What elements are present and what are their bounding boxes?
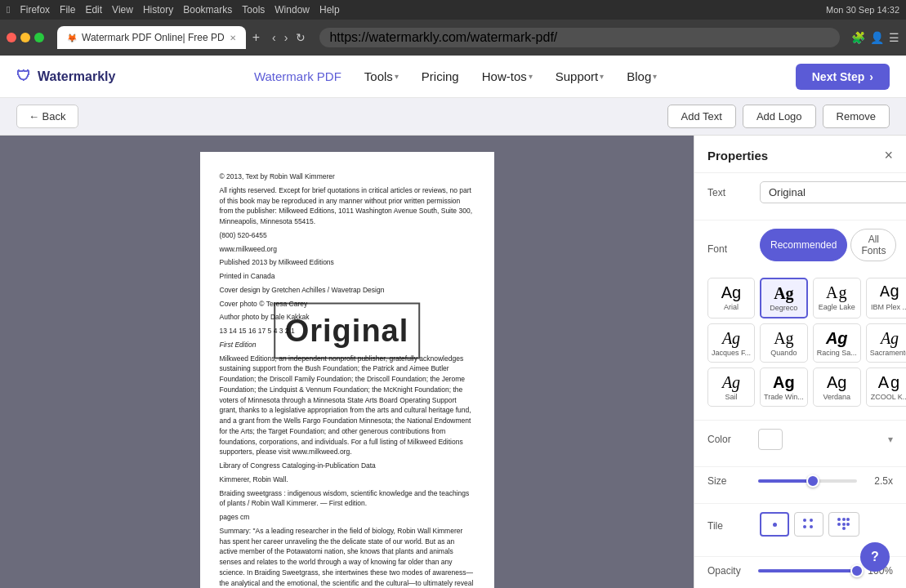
font-preview-verdana: Ag [827, 373, 846, 391]
font-preview-arial: Ag [721, 283, 741, 301]
fullscreen-traffic-light[interactable] [34, 33, 44, 42]
panel-close-button[interactable]: × [884, 147, 893, 164]
account-icon[interactable]: 👤 [870, 31, 884, 44]
color-section: Color ▾ [694, 421, 906, 467]
font-tab-recommended[interactable]: Recommended [760, 229, 847, 261]
active-tab[interactable]: 🦊 Watermark PDF Online| Free PD ✕ [57, 26, 246, 49]
firefox-menu[interactable]: Firefox [20, 4, 50, 16]
font-item-racing[interactable]: Ag Racing Sa... [813, 323, 861, 363]
window-menu[interactable]: Window [274, 4, 310, 16]
text-row: Text [707, 181, 893, 203]
view-menu[interactable]: View [112, 4, 133, 16]
pdf-copyright: © 2013, Text by Robin Wall Kimmerer [220, 172, 475, 182]
tile-option-grid2[interactable] [794, 512, 823, 537]
new-tab-button[interactable]: + [249, 30, 263, 45]
add-text-button[interactable]: Add Text [667, 105, 736, 128]
remove-button[interactable]: Remove [823, 105, 890, 128]
font-name-zcool: ZCOOL K... [871, 393, 906, 401]
nav-pricing[interactable]: Pricing [422, 66, 459, 87]
minimize-traffic-light[interactable] [20, 33, 30, 42]
pdf-braiding: Braiding sweetgrass : indigenous wisdom,… [220, 488, 475, 510]
font-item-ibm[interactable]: Ag IBM Plex ... [866, 278, 906, 318]
font-item-tradewind[interactable]: Ag Trade Win... [760, 368, 808, 407]
font-grid: Ag Arial Ag Degreco Ag Eagle Lake Ag IBM… [707, 278, 893, 407]
font-item-jacques[interactable]: Ag Jacques F... [707, 323, 755, 363]
color-swatch[interactable] [758, 429, 783, 450]
font-item-arial[interactable]: Ag Arial [707, 278, 755, 318]
panel-title: Properties [707, 149, 768, 163]
tile-row: Tile [707, 512, 893, 540]
size-slider-track[interactable] [758, 479, 857, 483]
pdf-cover-photo: Cover photo © Teresa Carey [220, 299, 475, 310]
color-dropdown-button[interactable]: ▾ [888, 434, 893, 445]
extensions-icon[interactable]: 🧩 [851, 31, 865, 44]
font-item-verdana[interactable]: Ag Verdana [813, 368, 861, 407]
font-name-degreco: Degreco [770, 304, 797, 312]
text-section: Text [694, 173, 906, 220]
next-step-button[interactable]: Next Step › [796, 64, 890, 90]
tools-menu[interactable]: Tools [242, 4, 265, 16]
font-tab-all[interactable]: All Fonts [850, 229, 896, 261]
back-button[interactable]: ← Back [16, 105, 78, 128]
next-step-arrow-icon: › [869, 70, 873, 83]
opacity-slider-track[interactable] [758, 569, 857, 572]
font-preview-tradewind: Ag [773, 373, 795, 391]
font-item-eagle[interactable]: Ag Eagle Lake [813, 278, 861, 318]
nav-support[interactable]: Support ▾ [556, 66, 605, 87]
font-item-degreco[interactable]: Ag Degreco [760, 278, 808, 318]
howtos-dropdown-arrow: ▾ [529, 72, 533, 81]
tab-close-button[interactable]: ✕ [230, 33, 236, 42]
pdf-summary: Summary: "As a leading researcher in the… [220, 526, 475, 588]
tile-single-dot [773, 523, 777, 527]
mac-menubar:  Firefox File Edit View History Bookmar… [0, 0, 906, 20]
bookmarks-menu[interactable]: Bookmarks [183, 4, 232, 16]
add-logo-button[interactable]: Add Logo [743, 105, 816, 128]
toolbar-actions: Add Text Add Logo Remove [667, 105, 890, 128]
forward-nav-button[interactable]: › [282, 29, 291, 46]
tile-label: Tile [707, 520, 752, 532]
tab-favicon: 🦊 [67, 33, 77, 42]
menu-icon[interactable]: ☰ [889, 31, 899, 44]
font-item-zcool[interactable]: Ag ZCOOL K... [866, 368, 906, 407]
text-input[interactable] [760, 181, 906, 203]
font-item-quando[interactable]: Ag Quando [760, 323, 808, 363]
pdf-author-photo: Author photo by Dale Kakkak [220, 312, 475, 323]
pdf-kimmerer: Kimmerer, Robin Wall. [220, 474, 475, 485]
pdf-milkweed: Milkweed Editions, an independent nonpro… [220, 354, 475, 458]
apple-icon[interactable]:  [7, 4, 10, 16]
url-bar[interactable]: https://watermarkly.com/watermark-pdf/ [319, 28, 840, 47]
nav-blog[interactable]: Blog ▾ [627, 66, 657, 87]
pdf-cover-design: Cover design by Gretchen Achilles / Wave… [220, 285, 475, 296]
history-menu[interactable]: History [143, 4, 173, 16]
font-name-sacramento: Sacramento [870, 349, 906, 357]
font-item-sacramento[interactable]: Ag Sacramento [866, 323, 906, 363]
file-menu[interactable]: File [60, 4, 75, 16]
help-menu[interactable]: Help [319, 4, 340, 16]
nav-watermark-pdf[interactable]: Watermark PDF [254, 66, 341, 87]
size-slider-thumb[interactable] [806, 474, 819, 488]
pdf-library: Library of Congress Cataloging-in-Public… [220, 461, 475, 471]
tile-option-grid3[interactable] [828, 512, 859, 537]
nav-right: Next Step › [796, 64, 890, 90]
nav-howtos[interactable]: How-tos ▾ [482, 66, 533, 87]
tile-option-single[interactable] [760, 512, 789, 537]
font-name-arial: Arial [724, 303, 739, 311]
opacity-slider-thumb[interactable] [850, 564, 864, 577]
traffic-lights [7, 33, 44, 42]
pdf-rights: All rights reserved. Except for brief qu… [220, 185, 475, 227]
site-logo[interactable]: 🛡 Watermarkly [16, 68, 115, 85]
tab-title: Watermark PDF Online| Free PD [82, 32, 225, 43]
nav-tools[interactable]: Tools ▾ [364, 66, 399, 87]
edit-menu[interactable]: Edit [85, 4, 102, 16]
back-nav-button[interactable]: ‹ [270, 29, 279, 46]
font-name-quando: Quando [770, 349, 797, 357]
properties-panel: Properties × Text Font Recommended All F… [694, 136, 906, 588]
font-name-tradewind: Trade Win... [764, 393, 804, 401]
help-button[interactable]: ? [860, 542, 890, 572]
size-value: 2.5x [864, 475, 893, 487]
tile-grid2-icon [803, 519, 815, 530]
reload-button[interactable]: ↻ [293, 29, 308, 46]
close-traffic-light[interactable] [7, 33, 16, 42]
font-item-sail[interactable]: Ag Sail [707, 368, 755, 407]
url-text: https://watermarkly.com/watermark-pdf/ [329, 30, 557, 45]
